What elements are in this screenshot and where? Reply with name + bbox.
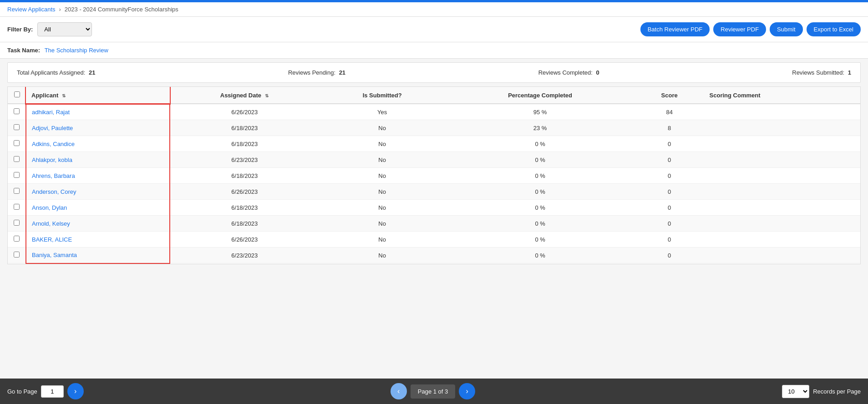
stat-total-assigned-value: 21 [89, 69, 95, 76]
row-checkbox[interactable] [14, 108, 20, 114]
stat-reviews-completed-label: Reviews Completed: [538, 69, 593, 76]
applicants-table: Applicant ⇅ Assigned Date ⇅ Is Submitted… [8, 87, 860, 264]
task-name-label: Task Name: [7, 47, 40, 54]
scoring-comment-cell [704, 216, 860, 232]
batch-reviewer-pdf-button[interactable]: Batch Reviewer PDF [640, 22, 710, 36]
breadcrumb: Review Applicants › 2023 - 2024 Communit… [0, 2, 868, 17]
row-checkbox[interactable] [14, 156, 20, 162]
applicant-cell[interactable]: Ahrens, Barbara [26, 168, 170, 184]
pct-completed-cell: 0 % [445, 136, 635, 152]
stat-reviews-completed-value: 0 [596, 69, 599, 76]
row-checkbox[interactable] [14, 124, 20, 130]
stat-total-assigned: Total Applicants Assigned: 21 [17, 69, 95, 76]
row-checkbox[interactable] [14, 140, 20, 146]
assigned-date-cell: 6/18/2023 [170, 120, 319, 136]
assigned-date-cell: 6/18/2023 [170, 200, 319, 216]
is-submitted-cell: No [319, 168, 446, 184]
stat-reviews-pending-value: 21 [339, 69, 345, 76]
sort-icon-applicant: ⇅ [62, 93, 66, 98]
row-checkbox[interactable] [14, 188, 20, 194]
assigned-date-cell: 6/26/2023 [170, 184, 319, 200]
row-checkbox[interactable] [14, 172, 20, 178]
assigned-date-cell: 6/18/2023 [170, 216, 319, 232]
score-cell: 0 [635, 247, 704, 263]
stat-reviews-completed: Reviews Completed: 0 [538, 69, 599, 76]
breadcrumb-current: 2023 - 2024 CommunityForce Scholarships [65, 6, 178, 13]
row-checkbox[interactable] [14, 204, 20, 210]
applicant-cell[interactable]: Adjovi, Paulette [26, 120, 170, 136]
col-header-is-submitted: Is Submitted? [319, 87, 446, 104]
scoring-comment-cell [704, 120, 860, 136]
is-submitted-cell: No [319, 184, 446, 200]
scoring-comment-cell [704, 232, 860, 247]
pct-completed-cell: 0 % [445, 247, 635, 263]
assigned-date-cell: 6/26/2023 [170, 104, 319, 120]
is-submitted-cell: No [319, 120, 446, 136]
filter-select[interactable]: All Submitted Pending Completed [37, 22, 92, 36]
table-row: Arnold, Kelsey6/18/2023No0 %0 [8, 216, 860, 232]
filter-actions: Batch Reviewer PDF Reviewer PDF Submit E… [640, 22, 861, 36]
col-label-scoring-comment: Scoring Comment [710, 92, 761, 99]
submit-button[interactable]: Submit [770, 22, 802, 36]
pct-completed-cell: 95 % [445, 104, 635, 120]
table-row: Adjovi, Paulette6/18/2023No23 %8 [8, 120, 860, 136]
stat-reviews-submitted: Reviews Submitted: 1 [792, 69, 851, 76]
scoring-comment-cell [704, 184, 860, 200]
col-header-checkbox [8, 87, 26, 104]
is-submitted-cell: Yes [319, 104, 446, 120]
row-checkbox[interactable] [14, 220, 20, 226]
is-submitted-cell: No [319, 152, 446, 168]
col-header-applicant[interactable]: Applicant ⇅ [26, 87, 170, 104]
select-all-checkbox[interactable] [14, 91, 20, 97]
stat-reviews-submitted-value: 1 [848, 69, 851, 76]
export-to-excel-button[interactable]: Export to Excel [807, 22, 861, 36]
task-name-value: The Scholarship Review [45, 47, 108, 54]
is-submitted-cell: No [319, 232, 446, 247]
pct-completed-cell: 0 % [445, 200, 635, 216]
assigned-date-cell: 6/23/2023 [170, 152, 319, 168]
applicant-cell[interactable]: Ahlakpor, kobla [26, 152, 170, 168]
filter-bar: Filter By: All Submitted Pending Complet… [0, 17, 868, 42]
applicant-cell[interactable]: Anson, Dylan [26, 200, 170, 216]
score-cell: 0 [635, 152, 704, 168]
pct-completed-cell: 23 % [445, 120, 635, 136]
col-header-assigned-date[interactable]: Assigned Date ⇅ [170, 87, 319, 104]
filter-label: Filter By: [7, 26, 33, 33]
score-cell: 84 [635, 104, 704, 120]
stat-reviews-pending: Reviews Pending: 21 [288, 69, 345, 76]
score-cell: 8 [635, 120, 704, 136]
applicant-cell[interactable]: adhikari, Rajat [26, 104, 170, 120]
applicant-cell[interactable]: Baniya, Samanta [26, 247, 170, 263]
scoring-comment-cell [704, 152, 860, 168]
pct-completed-cell: 0 % [445, 184, 635, 200]
score-cell: 0 [635, 168, 704, 184]
table-row: BAKER, ALICE6/26/2023No0 %0 [8, 232, 860, 247]
table-row: Ahlakpor, kobla6/23/2023No0 %0 [8, 152, 860, 168]
table-container: Applicant ⇅ Assigned Date ⇅ Is Submitted… [7, 86, 861, 264]
table-row: adhikari, Rajat6/26/2023Yes95 %84 [8, 104, 860, 120]
row-checkbox[interactable] [14, 236, 20, 242]
table-row: Anderson, Corey6/26/2023No0 %0 [8, 184, 860, 200]
breadcrumb-link[interactable]: Review Applicants [7, 6, 56, 13]
scoring-comment-cell [704, 104, 860, 120]
applicant-cell[interactable]: Arnold, Kelsey [26, 216, 170, 232]
table-row: Anson, Dylan6/18/2023No0 %0 [8, 200, 860, 216]
table-row: Adkins, Candice6/18/2023No0 %0 [8, 136, 860, 152]
col-label-score: Score [661, 92, 678, 99]
reviewer-pdf-button[interactable]: Reviewer PDF [713, 22, 766, 36]
scoring-comment-cell [704, 136, 860, 152]
table-row: Baniya, Samanta6/23/2023No0 %0 [8, 247, 860, 263]
score-cell: 0 [635, 136, 704, 152]
applicant-cell[interactable]: Anderson, Corey [26, 184, 170, 200]
col-header-score: Score [635, 87, 704, 104]
applicant-cell[interactable]: BAKER, ALICE [26, 232, 170, 247]
score-cell: 0 [635, 184, 704, 200]
applicant-cell[interactable]: Adkins, Candice [26, 136, 170, 152]
pct-completed-cell: 0 % [445, 152, 635, 168]
pct-completed-cell: 0 % [445, 168, 635, 184]
col-label-pct-completed: Percentage Completed [508, 92, 572, 99]
scoring-comment-cell [704, 168, 860, 184]
is-submitted-cell: No [319, 216, 446, 232]
breadcrumb-separator: › [59, 6, 61, 13]
row-checkbox[interactable] [14, 252, 20, 258]
